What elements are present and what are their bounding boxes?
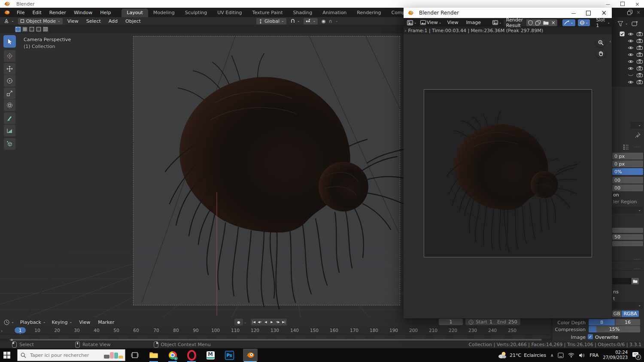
render-menu-image[interactable]: Image xyxy=(462,20,485,25)
weather-widget[interactable]: 21°C Eclaircies xyxy=(498,351,546,359)
wifi-icon[interactable] xyxy=(568,353,574,358)
menu-view[interactable]: View xyxy=(64,18,82,24)
tab-uv-editing[interactable]: UV Editing xyxy=(212,9,247,17)
restore-icon[interactable] xyxy=(620,2,625,6)
depth-16-toggle[interactable]: 16 xyxy=(615,319,640,326)
pan-button[interactable] xyxy=(596,48,605,58)
scrollbar-thumb[interactable] xyxy=(9,339,542,341)
close-icon[interactable]: × xyxy=(635,1,640,7)
keying-dropdown[interactable]: Keying ⌄ xyxy=(50,319,75,326)
mode-dropdown[interactable]: Object Mode ⌄ xyxy=(18,18,63,24)
minimize-icon[interactable]: — xyxy=(571,10,576,16)
unlink-scene-icon[interactable]: × xyxy=(636,9,641,15)
blender-taskbar-button[interactable] xyxy=(243,349,258,362)
camera-visibility-icon[interactable] xyxy=(637,59,643,63)
minimize-icon[interactable]: — xyxy=(606,2,610,6)
task-view-button[interactable] xyxy=(130,350,140,360)
eye-icon[interactable] xyxy=(628,53,634,57)
menu-render[interactable]: Render xyxy=(46,10,70,15)
opera-button[interactable] xyxy=(186,350,197,360)
tab-rendering[interactable]: Rendering xyxy=(352,9,386,17)
jump-to-end-button[interactable]: ▶| xyxy=(281,320,287,324)
browse-folder-button[interactable] xyxy=(632,278,639,284)
view-transform-toggle[interactable]: ⌄ xyxy=(578,19,590,26)
panel-drag-dots[interactable]: ···· xyxy=(634,267,641,271)
frame-rate-field[interactable]: 50 xyxy=(612,234,643,240)
playback-dropdown[interactable]: Playback ⌄ xyxy=(18,319,48,326)
tool-scale[interactable] xyxy=(3,87,16,100)
region-arrow-icon[interactable]: › xyxy=(1,328,3,334)
play-button[interactable]: ▶ xyxy=(269,320,275,324)
resolution-percent-field[interactable]: 0% xyxy=(612,168,643,175)
panel-drag-dots[interactable]: ···· xyxy=(634,145,641,149)
select-mode-circle[interactable] xyxy=(29,27,35,32)
start-value[interactable]: 1 xyxy=(489,319,492,325)
frame-format-dropdown[interactable]: ⌄ xyxy=(612,207,643,214)
falloff-curve-icon[interactable]: ∩ xyxy=(329,18,332,24)
chevron-down-icon[interactable]: ⌄ xyxy=(244,321,247,324)
file-explorer-button[interactable] xyxy=(149,350,159,360)
properties-context-dropdown[interactable]: ⌄ xyxy=(631,122,643,129)
output-path-field[interactable] xyxy=(612,278,631,284)
outliner-filter[interactable]: ⌄ xyxy=(617,21,638,27)
clock-widget[interactable]: 02:24 27/09/2023 xyxy=(603,350,628,361)
render-window[interactable]: Blender Render — × ⌄ View xyxy=(404,8,612,318)
list-options-icon[interactable] xyxy=(623,144,632,150)
new-image-icon[interactable] xyxy=(535,20,541,25)
tool-annotate[interactable] xyxy=(3,112,16,124)
eye-icon[interactable] xyxy=(628,32,634,36)
browse-image-dropdown[interactable]: ⌄ xyxy=(491,19,504,26)
hair-object[interactable] xyxy=(165,54,404,309)
frame-field[interactable] xyxy=(612,228,643,233)
color-rgba-toggle[interactable]: RGBA xyxy=(622,311,639,317)
file-format-dropdown[interactable]: ⌄ xyxy=(612,302,643,309)
menu-edit[interactable]: Edit xyxy=(28,10,45,15)
timeline-menu-marker[interactable]: Marker xyxy=(94,320,118,325)
image-name-field[interactable]: Render Result xyxy=(504,19,526,26)
tool-transform[interactable] xyxy=(3,99,16,112)
collapse-arrow-icon[interactable]: ‹ xyxy=(609,39,611,44)
current-frame-field[interactable]: 1 xyxy=(439,319,463,325)
camera-visibility-icon[interactable] xyxy=(637,80,643,84)
eye-icon[interactable] xyxy=(628,60,634,63)
select-mode-tweak[interactable] xyxy=(15,27,21,32)
compression-slider[interactable]: 15% xyxy=(589,326,640,332)
shield-icon[interactable] xyxy=(528,20,533,25)
checkbox-checked-icon[interactable] xyxy=(620,31,625,36)
tool-move[interactable] xyxy=(3,63,16,75)
camera-visibility-icon[interactable] xyxy=(637,32,643,36)
tool-rotate[interactable] xyxy=(3,75,16,87)
aspect-x-field[interactable]: 00 xyxy=(612,177,643,184)
menu-object[interactable]: Object xyxy=(122,18,145,24)
eye-icon[interactable] xyxy=(628,66,634,70)
select-mode-lasso[interactable] xyxy=(36,27,42,32)
tab-layout[interactable]: Layout xyxy=(122,9,148,17)
playhead-badge[interactable]: 1 xyxy=(15,327,26,333)
search-input[interactable] xyxy=(29,352,100,359)
prev-keyframe-button[interactable]: ◀• xyxy=(257,320,263,324)
tab-sculpting[interactable]: Sculpting xyxy=(180,9,212,17)
tab-shading[interactable]: Shading xyxy=(288,9,318,17)
unlink-image-icon[interactable]: × xyxy=(551,20,556,26)
next-keyframe-button[interactable]: •▶ xyxy=(275,320,281,324)
aspect-y-field[interactable]: 00 xyxy=(612,184,643,191)
render-pass-toggle[interactable]: ⌄ xyxy=(562,19,575,26)
tool-select-box[interactable] xyxy=(3,35,16,48)
select-mode-paint[interactable] xyxy=(43,27,49,32)
tool-measure[interactable] xyxy=(3,124,16,137)
photoshop-button[interactable]: Ps xyxy=(224,350,234,360)
proportional-editing-icon[interactable]: ◉ xyxy=(322,18,326,24)
menu-file[interactable]: File xyxy=(13,10,28,15)
camera-visibility-icon[interactable] xyxy=(637,66,643,70)
eye-closed-icon[interactable] xyxy=(628,73,634,77)
jump-to-start-button[interactable]: |◀ xyxy=(251,320,257,324)
render-canvas[interactable]: ‹ xyxy=(404,34,612,318)
panel-drag-dots[interactable]: ···· xyxy=(634,257,641,262)
camera-visibility-icon[interactable] xyxy=(637,45,643,50)
tool-cursor[interactable] xyxy=(3,50,16,62)
record-button[interactable]: ● xyxy=(234,319,243,326)
frame-step-field[interactable] xyxy=(612,241,643,246)
start-button[interactable] xyxy=(2,350,12,360)
overwrite-checkbox[interactable]: ✓ xyxy=(588,334,593,339)
menu-window[interactable]: Window xyxy=(70,10,96,15)
